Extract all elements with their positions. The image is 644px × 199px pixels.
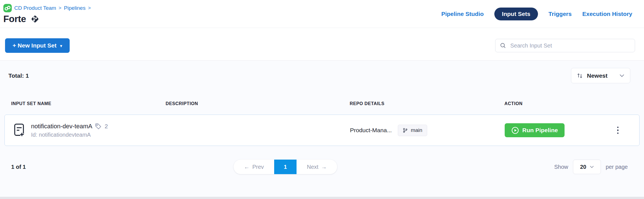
breadcrumb-project-link[interactable]: CD Product Team [14,5,56,11]
prev-page-button[interactable]: ← Prev [234,160,274,174]
run-pipeline-label: Run Pipeline [522,127,558,134]
per-page-group: Show 20 per page [554,160,628,174]
chevron-down-icon [590,165,594,168]
page-size-select[interactable]: 20 [573,160,601,174]
tag-count: 2 [105,123,108,130]
per-page-label: per page [606,164,628,170]
breadcrumb: CD Product Team > Pipelines > [3,4,91,12]
pipeline-tabs: Pipeline Studio Input Sets Triggers Exec… [441,8,632,20]
next-label: Next [307,164,318,170]
toolbar: + New Input Set ▾ [0,28,644,61]
chevron-down-icon [619,74,624,77]
arrow-right-icon: → [321,164,327,170]
input-set-name: notification-dev-teamA [31,123,92,130]
column-header-input-set-name: INPUT SET NAME [4,101,166,106]
search-input[interactable] [495,39,635,52]
sort-dropdown[interactable]: Newest [571,68,630,83]
input-sets-content: Total: 1 Newest INPUT SET NAME DESCRIPTI… [0,61,644,199]
input-set-name-cell: notification-dev-teamA 2 Id: notificatio… [5,123,166,138]
total-count-label: Total: 1 [8,72,29,79]
pager: ← Prev 1 Next → [234,160,337,174]
table-header-row: INPUT SET NAME DESCRIPTION REPO DETAILS … [4,101,640,106]
page-header: CD Product Team > Pipelines > Forte Pipe… [0,0,644,28]
breadcrumb-separator: > [59,5,62,11]
sort-selected-value: Newest [587,72,608,79]
prev-label: Prev [252,164,264,170]
action-cell: Run Pipeline [505,123,639,137]
page-info: 1 of 1 [11,164,26,170]
page-size-value: 20 [580,164,586,170]
column-header-description: DESCRIPTION [166,101,350,106]
new-input-set-label: + New Input Set [13,42,57,49]
column-header-repo-details: REPO DETAILS [350,101,504,106]
tab-execution-history[interactable]: Execution History [582,11,632,17]
arrow-left-icon: ← [244,164,250,170]
sort-arrows-icon [577,73,583,79]
page-title: Forte [3,14,26,24]
repo-name: Product-Mana... [350,127,392,134]
next-page-button[interactable]: Next → [297,160,337,174]
play-circle-icon [511,127,519,134]
tab-input-sets[interactable]: Input Sets [494,8,538,20]
search-icon [500,42,506,49]
branch-chip: main [398,125,427,136]
caret-down-icon: ▾ [60,44,62,48]
git-branch-icon [403,128,408,133]
input-set-document-icon [14,123,25,137]
breadcrumb-separator: > [88,5,91,11]
pagination: 1 of 1 ← Prev 1 Next → Show 20 per page [0,160,644,174]
show-label: Show [554,164,568,170]
cd-module-icon [3,4,12,12]
table-row[interactable]: notification-dev-teamA 2 Id: notificatio… [4,115,640,146]
run-pipeline-button[interactable]: Run Pipeline [505,123,565,137]
tab-triggers[interactable]: Triggers [549,11,572,17]
current-page-button[interactable]: 1 [274,160,297,174]
row-menu-kebab-icon[interactable] [615,125,621,136]
repo-details-cell: Product-Mana... main [350,125,505,136]
column-header-action: ACTION [504,101,640,106]
tab-pipeline-studio[interactable]: Pipeline Studio [441,11,484,17]
bottom-edge-strip [0,197,644,199]
tag-icon [95,123,102,130]
input-set-id: Id: notificationdevteamA [31,132,108,138]
new-input-set-button[interactable]: + New Input Set ▾ [5,38,70,53]
git-repo-diamond-icon [30,14,40,24]
header-left: CD Product Team > Pipelines > Forte [3,3,91,24]
breadcrumb-pipelines-link[interactable]: Pipelines [64,5,86,11]
branch-name: main [411,127,422,133]
